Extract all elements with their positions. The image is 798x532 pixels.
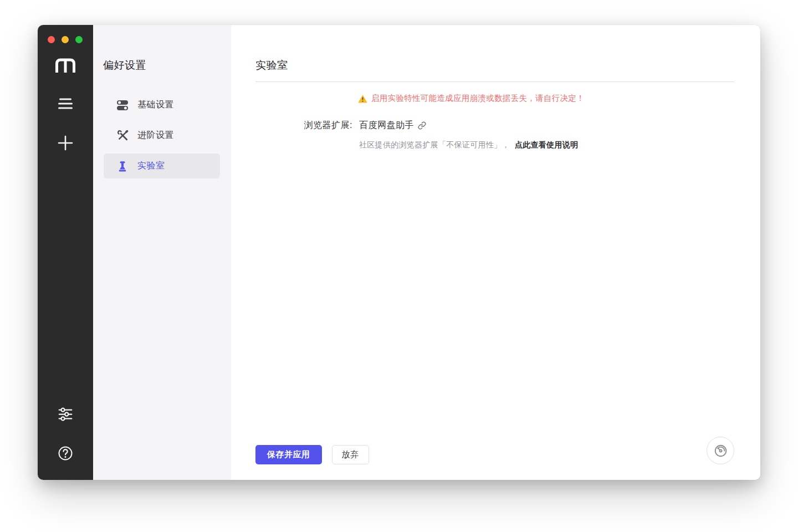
tools-icon: [116, 130, 129, 141]
question-circle-icon: [58, 454, 73, 463]
sidebar-title: 偏好设置: [103, 58, 146, 73]
plus-icon: [57, 145, 74, 153]
motrix-logo-icon: [55, 58, 76, 73]
usage-guide-link[interactable]: 点此查看使用说明: [515, 140, 578, 149]
speed-gauge-button[interactable]: [707, 437, 734, 464]
sidebar-item-label: 实验室: [137, 160, 165, 172]
speedometer-icon: [713, 443, 728, 458]
browser-extension-label: 浏览器扩展:: [255, 120, 352, 131]
warning-text: 启用实验特性可能造成应用崩溃或数据丢失，请自行决定！: [371, 93, 585, 104]
chain-link-icon: [418, 121, 426, 130]
help-button[interactable]: [55, 443, 75, 463]
actions-bar: 保存并应用 放弃: [255, 445, 369, 464]
desktop: { "settings_sidebar": { "title": "偏好设置",…: [0, 0, 798, 532]
extension-name: 百度网盘助手: [359, 120, 414, 131]
extension-note: 社区提供的浏览器扩展「不保证可用性」， 点此查看使用说明: [359, 140, 578, 150]
traffic-lights: [48, 36, 83, 43]
discard-button[interactable]: 放弃: [332, 445, 369, 464]
toggles-icon: [116, 100, 129, 111]
sliders-icon: [58, 415, 73, 423]
zoom-button[interactable]: [75, 36, 83, 43]
minimize-button[interactable]: [62, 36, 69, 43]
warning-message: 启用实验特性可能造成应用崩溃或数据丢失，请自行决定！: [358, 93, 585, 104]
settings-nav: 基础设置 进阶设置: [104, 93, 220, 184]
save-apply-button[interactable]: 保存并应用: [255, 445, 322, 464]
add-task-button[interactable]: [55, 132, 76, 154]
warning-triangle-icon: [358, 94, 367, 103]
sidebar-item-advanced-settings[interactable]: 进阶设置: [104, 123, 220, 148]
note-text: 社区提供的浏览器扩展「不保证可用性」，: [359, 140, 510, 149]
flask-icon: [116, 161, 129, 172]
app-window: 偏好设置 基础设置: [38, 25, 760, 480]
task-list-icon: [58, 103, 73, 111]
task-list-button[interactable]: [55, 95, 75, 112]
page-title: 实验室: [255, 58, 288, 73]
preferences-button[interactable]: [56, 405, 75, 424]
app-sidebar: [38, 25, 93, 480]
extension-link[interactable]: 百度网盘助手: [359, 120, 426, 131]
sidebar-item-label: 进阶设置: [137, 130, 174, 141]
title-divider: [255, 81, 734, 82]
sidebar-item-basic-settings[interactable]: 基础设置: [104, 93, 220, 117]
close-button[interactable]: [48, 36, 55, 43]
settings-sidebar: 偏好设置 基础设置: [93, 25, 231, 480]
main-panel: 实验室 启用实验特性可能造成应用崩溃或数据丢失，请自行决定！ 浏览器扩展: 百度…: [231, 25, 760, 480]
sidebar-item-label: 基础设置: [137, 99, 174, 111]
sidebar-item-lab[interactable]: 实验室: [104, 154, 220, 178]
